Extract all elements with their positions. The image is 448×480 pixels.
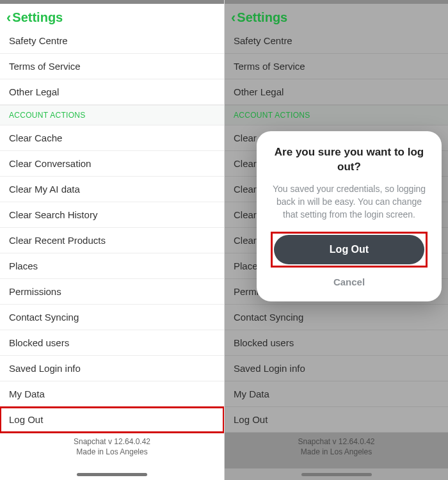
- settings-row-clear-search-history[interactable]: Clear Search History: [0, 202, 224, 228]
- settings-row-clear-recent-products[interactable]: Clear Recent Products: [0, 228, 224, 253]
- logout-button-highlight: Log Out: [271, 232, 428, 268]
- footer-location: Made in Los Angeles: [225, 447, 448, 457]
- settings-list: Safety Centre Terms of Service Other Leg…: [0, 28, 224, 480]
- settings-row-log-out: Log Out: [225, 407, 448, 433]
- logout-confirm-dialog: Are you sure you want to log out? You sa…: [257, 131, 442, 301]
- dialog-body: You saved your credentials, so logging b…: [271, 182, 428, 221]
- settings-row-clear-conversation[interactable]: Clear Conversation: [0, 151, 224, 177]
- settings-row-terms-of-service[interactable]: Terms of Service: [0, 54, 224, 79]
- cancel-button[interactable]: Cancel: [271, 268, 428, 290]
- section-header-account-actions: ACCOUNT ACTIONS: [225, 105, 448, 125]
- nav-title: Settings: [237, 10, 287, 25]
- nav-title[interactable]: Settings: [12, 10, 63, 25]
- settings-row-places[interactable]: Places: [0, 253, 224, 279]
- settings-row-saved-login-info: Saved Login info: [225, 356, 448, 381]
- footer-location: Made in Los Angeles: [0, 447, 224, 457]
- settings-row-log-out[interactable]: Log Out: [0, 407, 224, 433]
- home-indicator: [77, 473, 147, 476]
- footer: Snapchat v 12.64.0.42 Made in Los Angele…: [0, 433, 224, 468]
- settings-row-terms-of-service: Terms of Service: [225, 54, 448, 79]
- back-chevron-icon[interactable]: ‹: [6, 11, 12, 25]
- settings-row-my-data[interactable]: My Data: [0, 381, 224, 407]
- settings-row-contact-syncing[interactable]: Contact Syncing: [0, 305, 224, 330]
- settings-row-clear-my-ai-data[interactable]: Clear My AI data: [0, 177, 224, 202]
- settings-row-permissions[interactable]: Permissions: [0, 279, 224, 305]
- settings-row-contact-syncing: Contact Syncing: [225, 305, 448, 330]
- settings-row-saved-login-info[interactable]: Saved Login info: [0, 356, 224, 381]
- settings-row-other-legal: Other Legal: [225, 79, 448, 105]
- dialog-title: Are you sure you want to log out?: [271, 145, 428, 175]
- logout-button[interactable]: Log Out: [274, 235, 424, 264]
- settings-screen-before: ‹ Settings Safety Centre Terms of Servic…: [0, 0, 224, 480]
- footer: Snapchat v 12.64.0.42 Made in Los Angele…: [225, 433, 448, 468]
- settings-row-safety-centre[interactable]: Safety Centre: [0, 28, 224, 54]
- footer-version: Snapchat v 12.64.0.42: [225, 436, 448, 447]
- settings-row-my-data: My Data: [225, 381, 448, 407]
- settings-row-blocked-users[interactable]: Blocked users: [0, 330, 224, 356]
- settings-row-safety-centre: Safety Centre: [225, 28, 448, 54]
- back-chevron-icon: ‹: [231, 11, 237, 25]
- settings-row-other-legal[interactable]: Other Legal: [0, 79, 224, 105]
- settings-screen-logout-dialog: ‹ Settings Safety Centre Terms of Servic…: [224, 0, 448, 480]
- footer-version: Snapchat v 12.64.0.42: [0, 436, 224, 447]
- home-indicator: [301, 473, 372, 476]
- settings-row-blocked-users: Blocked users: [225, 330, 448, 356]
- settings-row-clear-cache[interactable]: Clear Cache: [0, 125, 224, 151]
- section-header-account-actions: ACCOUNT ACTIONS: [0, 105, 224, 125]
